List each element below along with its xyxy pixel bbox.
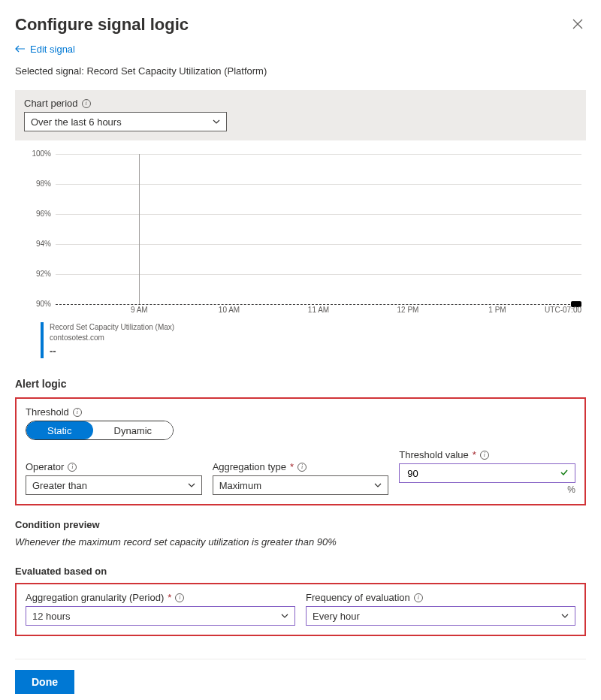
granularity-value: 12 hours	[32, 611, 71, 622]
selected-signal: Selected signal: Record Set Capacity Uti…	[15, 65, 586, 77]
alert-logic-title: Alert logic	[15, 378, 586, 390]
chevron-down-icon	[374, 481, 382, 489]
x-tick: 10 AM	[219, 306, 240, 314]
info-icon[interactable]: i	[68, 463, 77, 472]
frequency-label: Frequency of evaluation i	[306, 592, 575, 603]
x-tick: 12 PM	[397, 306, 419, 314]
legend-color-swatch	[41, 322, 44, 358]
chart-period-label: Chart period i	[24, 98, 577, 109]
info-icon[interactable]: i	[175, 593, 184, 602]
y-tick: 100%	[27, 149, 51, 158]
evaluated-title: Evaluated based on	[15, 566, 586, 577]
chart-cursor-line	[139, 154, 140, 304]
condition-preview-text: Whenever the maximum record set capacity…	[15, 536, 586, 548]
chart-period-panel: Chart period i Over the last 6 hours	[15, 90, 586, 140]
threshold-toggle-static[interactable]: Static	[26, 421, 93, 439]
x-tick: 9 AM	[131, 306, 148, 314]
alert-logic-box: Threshold i Static Dynamic Operator i Gr…	[15, 397, 586, 505]
close-icon	[572, 17, 583, 32]
info-icon[interactable]: i	[73, 408, 82, 417]
evaluated-box: Aggregation granularity (Period) * i 12 …	[15, 583, 586, 636]
chart-period-value: Over the last 6 hours	[31, 116, 122, 128]
info-icon[interactable]: i	[297, 463, 307, 472]
y-tick: 90%	[27, 300, 51, 308]
threshold-value-field[interactable]	[406, 467, 555, 480]
chart-period-select[interactable]: Over the last 6 hours	[24, 112, 227, 131]
y-tick: 92%	[27, 270, 51, 278]
threshold-label: Threshold i	[26, 406, 575, 418]
edit-signal-link[interactable]: Edit signal	[15, 44, 75, 55]
aggregation-type-select[interactable]: Maximum	[213, 475, 389, 495]
x-tick: 11 AM	[308, 306, 329, 314]
frequency-select[interactable]: Every hour	[306, 606, 575, 626]
done-button[interactable]: Done	[15, 670, 74, 694]
info-icon[interactable]: i	[414, 593, 423, 602]
chevron-down-icon	[213, 118, 220, 125]
condition-preview-title: Condition preview	[15, 519, 586, 530]
chevron-down-icon	[561, 612, 569, 620]
chart-timezone: UTC-07:00	[545, 306, 581, 314]
granularity-label: Aggregation granularity (Period) * i	[26, 592, 295, 603]
granularity-select[interactable]: 12 hours	[26, 606, 295, 626]
y-tick: 94%	[27, 240, 51, 248]
chart-legend: Record Set Capacity Utilization (Max) co…	[41, 322, 581, 358]
y-tick: 96%	[27, 210, 51, 218]
arrow-left-icon	[15, 44, 26, 55]
edit-signal-label: Edit signal	[30, 44, 75, 55]
operator-label: Operator i	[26, 461, 202, 472]
legend-series-value: --	[50, 345, 174, 358]
close-button[interactable]	[569, 15, 586, 35]
footer-divider	[15, 659, 586, 659]
x-tick: 1 PM	[488, 306, 506, 314]
threshold-toggle[interactable]: Static Dynamic	[26, 421, 174, 440]
chevron-down-icon	[281, 612, 288, 620]
aggregation-type-value: Maximum	[219, 480, 261, 491]
threshold-unit: %	[399, 484, 575, 495]
chart: 100% 98% 96% 94% 92% 90% 9 AM 10 AM 11 A…	[15, 154, 586, 358]
operator-value: Greater than	[32, 480, 87, 491]
threshold-value-label: Threshold value * i	[399, 449, 575, 460]
page-title: Configure signal logic	[15, 15, 189, 35]
operator-select[interactable]: Greater than	[26, 475, 202, 495]
checkmark-icon	[560, 468, 569, 479]
chevron-down-icon	[188, 481, 195, 489]
frequency-value: Every hour	[313, 611, 360, 622]
aggregation-type-label: Aggregation type * i	[213, 461, 389, 472]
legend-series-name: Record Set Capacity Utilization (Max)	[50, 322, 174, 333]
y-tick: 98%	[27, 180, 51, 188]
info-icon[interactable]: i	[480, 451, 489, 460]
threshold-value-input[interactable]	[399, 463, 575, 483]
threshold-toggle-dynamic[interactable]: Dynamic	[93, 421, 174, 439]
legend-series-source: contosotest.com	[50, 333, 174, 343]
info-icon[interactable]: i	[82, 99, 91, 108]
